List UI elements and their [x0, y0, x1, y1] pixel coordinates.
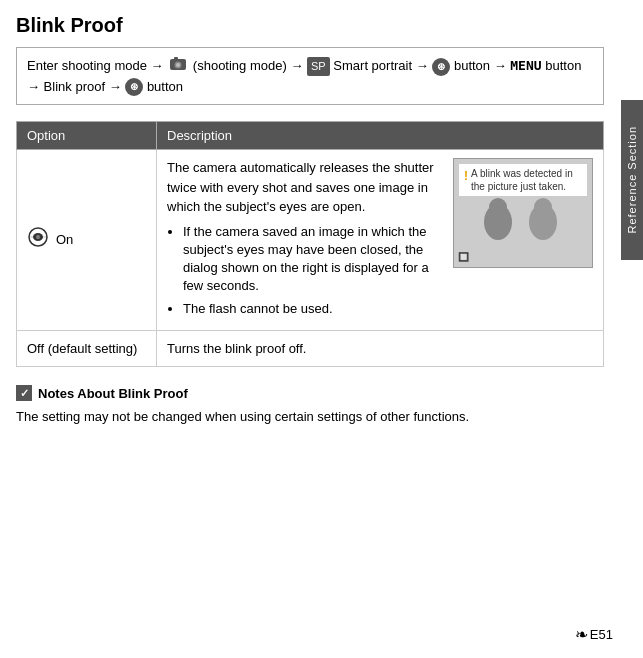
sidebar-label: Reference Section	[626, 126, 638, 234]
ok-circle-icon-2: ⊛	[125, 78, 143, 96]
step-ok: button	[147, 79, 183, 94]
option-on-cell: On	[17, 150, 157, 330]
off-desc-text: Turns the blink proof off.	[167, 341, 306, 356]
svg-rect-3	[174, 57, 178, 60]
check-icon: ✓	[16, 385, 32, 401]
step-smart-portrait: Smart portrait →	[333, 58, 432, 73]
camera-icon	[169, 56, 187, 77]
option-on-label: On	[56, 230, 73, 250]
instruction-text: Enter shooting mode → (shooting mode) → …	[27, 58, 581, 94]
notes-title-text: Notes About Blink Proof	[38, 386, 188, 401]
enter-shooting-mode-label: Enter shooting mode	[27, 58, 147, 73]
page-title: Blink Proof	[16, 14, 604, 37]
table-row: On The camera automatically releases the…	[17, 150, 604, 330]
option-off-cell: Off (default setting)	[17, 330, 157, 367]
instruction-box: Enter shooting mode → (shooting mode) → …	[16, 47, 604, 105]
on-desc-text: The camera automatically releases the sh…	[167, 158, 443, 321]
svg-point-11	[534, 198, 552, 216]
notes-title: ✓ Notes About Blink Proof	[16, 385, 604, 401]
alert-message: A blink was detected in the picture just…	[471, 167, 582, 193]
notes-section: ✓ Notes About Blink Proof The setting ma…	[16, 385, 604, 427]
svg-point-9	[489, 198, 507, 216]
alert-icon: !	[464, 167, 468, 185]
arrow-1: →	[151, 58, 168, 73]
reference-section-sidebar: Reference Section	[621, 100, 643, 260]
col-header-option: Option	[17, 122, 157, 150]
blink-eye-icon	[27, 226, 49, 254]
option-off-description: Turns the blink proof off.	[157, 330, 604, 367]
table-row: Off (default setting) Turns the blink pr…	[17, 330, 604, 367]
option-on-description: The camera automatically releases the sh…	[157, 150, 604, 330]
svg-point-2	[176, 63, 180, 67]
person-silhouette	[463, 197, 583, 267]
step-shooting: (shooting mode) →	[193, 58, 307, 73]
image-footer-icon: 🔲	[458, 251, 469, 265]
menu-label: MENU	[510, 58, 541, 73]
blink-detected-dialog: ! A blink was detected in the picture ju…	[453, 158, 593, 268]
ok-circle-icon-1: ⊛	[432, 58, 450, 76]
notes-body-text: The setting may not be changed when usin…	[16, 407, 604, 427]
page-number: E51	[590, 627, 613, 642]
step-button: button →	[454, 58, 510, 73]
on-main-text: The camera automatically releases the sh…	[167, 160, 434, 214]
on-bullet-1: If the camera saved an image in which th…	[183, 223, 443, 296]
on-bullet-2: The flash cannot be used.	[183, 300, 443, 318]
options-table: Option Description	[16, 121, 604, 367]
arrow-left-icon: ❧	[575, 625, 588, 644]
col-header-description: Description	[157, 122, 604, 150]
smart-portrait-icon: SP	[307, 57, 330, 76]
on-bullets: If the camera saved an image in which th…	[183, 223, 443, 318]
alert-box: ! A blink was detected in the picture ju…	[458, 163, 588, 197]
page-footer: ❧ E51	[575, 625, 613, 644]
option-off-label: Off (default setting)	[27, 341, 137, 356]
main-content: Blink Proof Enter shooting mode → (shoot…	[0, 0, 620, 487]
